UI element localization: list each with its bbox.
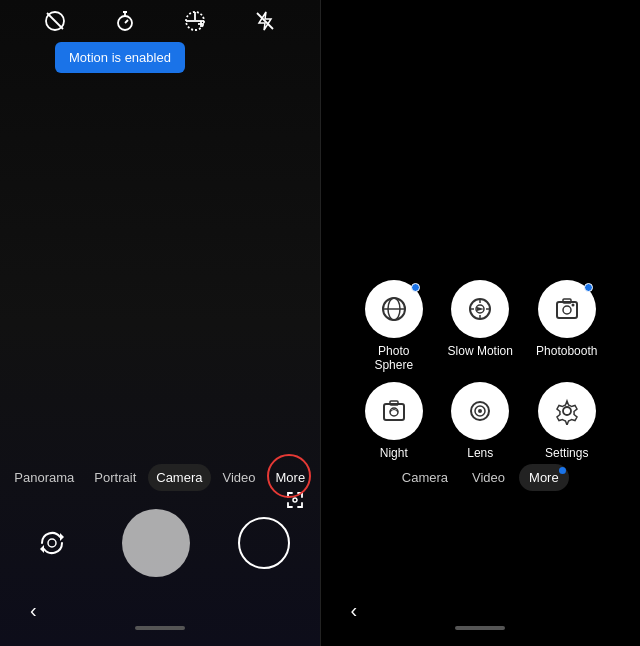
mode-panorama[interactable]: Panorama (6, 464, 82, 491)
photobooth-icon-wrap (538, 280, 596, 338)
mode-photobooth[interactable]: Photobooth (532, 280, 602, 372)
back-button-left[interactable]: ‹ (30, 599, 37, 622)
more-highlight-circle (267, 454, 311, 498)
mode-slow-motion[interactable]: Slow Motion (445, 280, 515, 372)
home-indicator-left (135, 626, 185, 630)
svg-point-36 (478, 409, 482, 413)
photo-sphere-icon-wrap (365, 280, 423, 338)
mode-settings[interactable]: Settings (532, 382, 602, 460)
right-bottom-controls: Camera Video More ‹ (321, 456, 641, 646)
photo-sphere-dot (411, 283, 420, 292)
mode-video[interactable]: Video (215, 464, 264, 491)
mode-photo-sphere[interactable]: Photo Sphere (359, 280, 429, 372)
more-grid: Photo Sphere Slow Motion (321, 270, 641, 486)
exposure-icon[interactable] (180, 10, 210, 37)
mode-night[interactable]: Night (359, 382, 429, 460)
right-mode-video[interactable]: Video (462, 464, 515, 491)
svg-point-37 (563, 407, 571, 415)
slow-motion-label: Slow Motion (448, 344, 513, 358)
svg-point-28 (563, 306, 571, 314)
photo-sphere-label: Photo Sphere (359, 344, 429, 372)
more-grid-row-2: Night Lens (351, 382, 611, 460)
home-indicator-right (455, 626, 505, 630)
right-shutter-row (321, 499, 641, 591)
svg-point-30 (571, 304, 574, 307)
bottom-controls: Panorama Portrait Camera Video More (0, 456, 320, 646)
svg-line-1 (47, 13, 63, 29)
no-timer-icon[interactable] (40, 10, 70, 37)
night-icon-wrap (365, 382, 423, 440)
nav-bar-left: ‹ (0, 591, 320, 646)
nav-bar-right: ‹ (321, 591, 641, 646)
left-panel: Motion is enabled Panorama Portrait Came… (0, 0, 320, 646)
settings-icon-wrap (538, 382, 596, 440)
camera-mode-bar: Panorama Portrait Camera Video More (0, 456, 320, 499)
mode-portrait[interactable]: Portrait (86, 464, 144, 491)
svg-rect-31 (384, 404, 404, 420)
timer-icon[interactable] (110, 10, 140, 37)
motion-tooltip: Motion is enabled (55, 42, 185, 73)
right-panel: Photo Sphere Slow Motion (321, 0, 641, 646)
right-viewfinder-top (321, 0, 641, 270)
right-mode-bar: Camera Video More (321, 456, 641, 499)
flip-camera-button[interactable] (30, 521, 74, 565)
flash-off-icon[interactable] (250, 10, 280, 37)
mode-lens[interactable]: Lens (445, 382, 515, 460)
more-active-dot (559, 467, 566, 474)
shutter-row (0, 499, 320, 591)
svg-marker-15 (40, 545, 44, 553)
shutter-button[interactable] (122, 509, 190, 577)
photobooth-label: Photobooth (536, 344, 597, 358)
right-mode-more[interactable]: More (519, 464, 569, 491)
photobooth-dot (584, 283, 593, 292)
mode-camera[interactable]: Camera (148, 464, 210, 491)
svg-point-16 (48, 539, 56, 547)
lens-icon-wrap (451, 382, 509, 440)
right-mode-camera[interactable]: Camera (392, 464, 458, 491)
mode-more[interactable]: More (268, 464, 314, 491)
top-bar (0, 0, 320, 47)
back-button-right[interactable]: ‹ (351, 599, 358, 622)
slow-motion-icon-wrap (451, 280, 509, 338)
more-grid-row-1: Photo Sphere Slow Motion (351, 280, 611, 372)
gallery-button[interactable] (238, 517, 290, 569)
svg-line-5 (125, 20, 128, 23)
svg-marker-14 (60, 533, 64, 541)
